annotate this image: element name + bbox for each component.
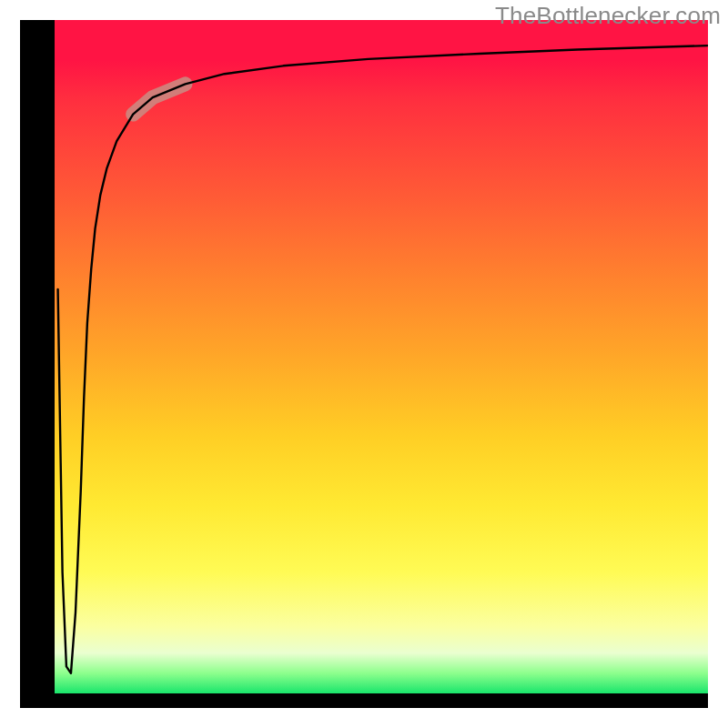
series-highlight: [133, 84, 185, 114]
series-line: [58, 46, 708, 673]
chart-container: TheBottlenecker.com: [0, 0, 728, 728]
line-chart-svg: [55, 20, 708, 693]
plot-frame: [20, 20, 708, 708]
watermark-label: TheBottlenecker.com: [495, 2, 721, 30]
plot-area: [55, 20, 708, 693]
